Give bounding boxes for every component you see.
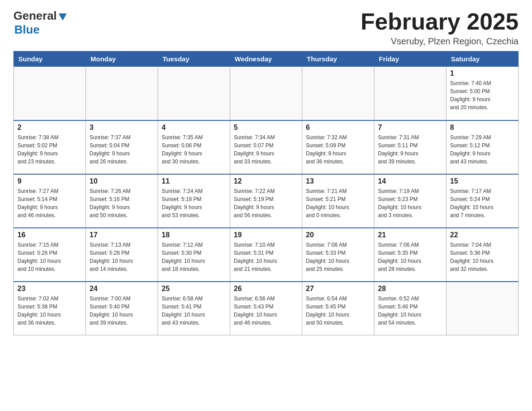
day-number: 18 bbox=[162, 231, 226, 239]
calendar-cell: 14Sunrise: 7:19 AM Sunset: 5:23 PM Dayli… bbox=[374, 174, 446, 228]
weekday-header-monday: Monday bbox=[86, 51, 158, 67]
day-number: 17 bbox=[90, 231, 154, 239]
calendar-header-row: SundayMondayTuesdayWednesdayThursdayFrid… bbox=[14, 51, 519, 67]
logo-general-text: General bbox=[13, 9, 57, 23]
calendar-cell: 19Sunrise: 7:10 AM Sunset: 5:31 PM Dayli… bbox=[230, 228, 302, 282]
day-number: 7 bbox=[378, 124, 442, 132]
day-number: 4 bbox=[162, 124, 226, 132]
calendar-cell: 8Sunrise: 7:29 AM Sunset: 5:12 PM Daylig… bbox=[446, 120, 519, 174]
day-info: Sunrise: 7:29 AM Sunset: 5:12 PM Dayligh… bbox=[450, 133, 515, 166]
day-info: Sunrise: 7:12 AM Sunset: 5:30 PM Dayligh… bbox=[162, 241, 226, 273]
calendar-cell: 23Sunrise: 7:02 AM Sunset: 5:38 PM Dayli… bbox=[14, 282, 86, 335]
calendar-week-row: 16Sunrise: 7:15 AM Sunset: 5:26 PM Dayli… bbox=[14, 228, 519, 282]
day-info: Sunrise: 7:22 AM Sunset: 5:19 PM Dayligh… bbox=[234, 187, 298, 219]
day-info: Sunrise: 7:40 AM Sunset: 5:00 PM Dayligh… bbox=[450, 79, 515, 111]
location-title: Vseruby, Plzen Region, Czechia bbox=[360, 36, 519, 47]
day-info: Sunrise: 7:06 AM Sunset: 5:35 PM Dayligh… bbox=[378, 241, 442, 273]
calendar-cell: 4Sunrise: 7:35 AM Sunset: 5:06 PM Daylig… bbox=[158, 120, 230, 174]
day-info: Sunrise: 7:19 AM Sunset: 5:23 PM Dayligh… bbox=[378, 187, 442, 219]
logo-triangle-icon bbox=[58, 12, 68, 21]
calendar-week-row: 2Sunrise: 7:38 AM Sunset: 5:02 PM Daylig… bbox=[14, 120, 519, 174]
page-header: General Blue February 2025 Vseruby, Plze… bbox=[13, 9, 519, 47]
calendar-cell: 27Sunrise: 6:54 AM Sunset: 5:45 PM Dayli… bbox=[302, 282, 374, 335]
day-number: 14 bbox=[378, 177, 442, 185]
calendar-cell: 11Sunrise: 7:24 AM Sunset: 5:18 PM Dayli… bbox=[158, 174, 230, 228]
day-number: 24 bbox=[90, 285, 154, 293]
day-number: 20 bbox=[306, 231, 370, 239]
day-info: Sunrise: 7:37 AM Sunset: 5:04 PM Dayligh… bbox=[90, 133, 154, 166]
calendar-cell: 21Sunrise: 7:06 AM Sunset: 5:35 PM Dayli… bbox=[374, 228, 446, 282]
calendar-cell bbox=[446, 282, 519, 335]
day-number: 27 bbox=[306, 285, 370, 293]
day-number: 16 bbox=[17, 231, 82, 239]
weekday-header-tuesday: Tuesday bbox=[158, 51, 230, 67]
day-number: 10 bbox=[90, 177, 154, 185]
day-number: 21 bbox=[378, 231, 442, 239]
calendar-week-row: 23Sunrise: 7:02 AM Sunset: 5:38 PM Dayli… bbox=[14, 282, 519, 335]
calendar-cell: 16Sunrise: 7:15 AM Sunset: 5:26 PM Dayli… bbox=[14, 228, 86, 282]
calendar-cell: 3Sunrise: 7:37 AM Sunset: 5:04 PM Daylig… bbox=[86, 120, 158, 174]
weekday-header-thursday: Thursday bbox=[302, 51, 374, 67]
day-number: 26 bbox=[234, 285, 298, 293]
weekday-header-saturday: Saturday bbox=[446, 51, 519, 67]
day-number: 19 bbox=[234, 231, 298, 239]
weekday-header-wednesday: Wednesday bbox=[230, 51, 302, 67]
day-number: 5 bbox=[234, 124, 298, 132]
calendar-table: SundayMondayTuesdayWednesdayThursdayFrid… bbox=[13, 51, 519, 335]
day-number: 28 bbox=[378, 285, 442, 293]
logo-blue-text: Blue bbox=[13, 23, 39, 36]
day-info: Sunrise: 7:17 AM Sunset: 5:24 PM Dayligh… bbox=[450, 187, 515, 219]
day-number: 6 bbox=[306, 124, 370, 132]
weekday-header-sunday: Sunday bbox=[14, 51, 86, 67]
day-info: Sunrise: 7:35 AM Sunset: 5:06 PM Dayligh… bbox=[162, 133, 226, 166]
calendar-cell: 1Sunrise: 7:40 AM Sunset: 5:00 PM Daylig… bbox=[446, 67, 519, 120]
day-info: Sunrise: 7:15 AM Sunset: 5:26 PM Dayligh… bbox=[17, 241, 82, 273]
calendar-cell bbox=[302, 67, 374, 120]
calendar-cell: 6Sunrise: 7:32 AM Sunset: 5:09 PM Daylig… bbox=[302, 120, 374, 174]
day-info: Sunrise: 7:32 AM Sunset: 5:09 PM Dayligh… bbox=[306, 133, 370, 166]
calendar-cell bbox=[374, 67, 446, 120]
calendar-cell: 28Sunrise: 6:52 AM Sunset: 5:46 PM Dayli… bbox=[374, 282, 446, 335]
day-info: Sunrise: 6:56 AM Sunset: 5:43 PM Dayligh… bbox=[234, 295, 298, 327]
calendar-cell bbox=[86, 67, 158, 120]
calendar-week-row: 1Sunrise: 7:40 AM Sunset: 5:00 PM Daylig… bbox=[14, 67, 519, 120]
day-info: Sunrise: 7:00 AM Sunset: 5:40 PM Dayligh… bbox=[90, 295, 154, 327]
day-info: Sunrise: 7:38 AM Sunset: 5:02 PM Dayligh… bbox=[17, 133, 82, 166]
calendar-cell: 15Sunrise: 7:17 AM Sunset: 5:24 PM Dayli… bbox=[446, 174, 519, 228]
calendar-week-row: 9Sunrise: 7:27 AM Sunset: 5:14 PM Daylig… bbox=[14, 174, 519, 228]
title-block: February 2025 Vseruby, Plzen Region, Cze… bbox=[360, 9, 519, 47]
day-info: Sunrise: 7:24 AM Sunset: 5:18 PM Dayligh… bbox=[162, 187, 226, 219]
calendar-cell: 10Sunrise: 7:26 AM Sunset: 5:16 PM Dayli… bbox=[86, 174, 158, 228]
day-number: 23 bbox=[17, 285, 82, 293]
calendar-cell bbox=[14, 67, 86, 120]
calendar-cell: 5Sunrise: 7:34 AM Sunset: 5:07 PM Daylig… bbox=[230, 120, 302, 174]
weekday-header-friday: Friday bbox=[374, 51, 446, 67]
day-info: Sunrise: 7:08 AM Sunset: 5:33 PM Dayligh… bbox=[306, 241, 370, 273]
day-info: Sunrise: 7:13 AM Sunset: 5:28 PM Dayligh… bbox=[90, 241, 154, 273]
day-info: Sunrise: 7:27 AM Sunset: 5:14 PM Dayligh… bbox=[17, 187, 82, 219]
day-info: Sunrise: 7:02 AM Sunset: 5:38 PM Dayligh… bbox=[17, 295, 82, 327]
calendar-cell: 17Sunrise: 7:13 AM Sunset: 5:28 PM Dayli… bbox=[86, 228, 158, 282]
calendar-cell bbox=[230, 67, 302, 120]
day-info: Sunrise: 6:52 AM Sunset: 5:46 PM Dayligh… bbox=[378, 295, 442, 327]
calendar-cell: 13Sunrise: 7:21 AM Sunset: 5:21 PM Dayli… bbox=[302, 174, 374, 228]
calendar-cell: 22Sunrise: 7:04 AM Sunset: 5:36 PM Dayli… bbox=[446, 228, 519, 282]
calendar-cell: 20Sunrise: 7:08 AM Sunset: 5:33 PM Dayli… bbox=[302, 228, 374, 282]
calendar-cell: 24Sunrise: 7:00 AM Sunset: 5:40 PM Dayli… bbox=[86, 282, 158, 335]
svg-marker-0 bbox=[59, 13, 67, 21]
day-info: Sunrise: 7:10 AM Sunset: 5:31 PM Dayligh… bbox=[234, 241, 298, 273]
day-number: 9 bbox=[17, 177, 82, 185]
day-number: 1 bbox=[450, 69, 515, 77]
calendar-cell: 25Sunrise: 6:58 AM Sunset: 5:41 PM Dayli… bbox=[158, 282, 230, 335]
day-info: Sunrise: 6:54 AM Sunset: 5:45 PM Dayligh… bbox=[306, 295, 370, 327]
day-number: 12 bbox=[234, 177, 298, 185]
day-number: 22 bbox=[450, 231, 515, 239]
month-title: February 2025 bbox=[360, 9, 519, 34]
calendar-cell bbox=[158, 67, 230, 120]
day-number: 25 bbox=[162, 285, 226, 293]
day-number: 3 bbox=[90, 124, 154, 132]
day-info: Sunrise: 7:21 AM Sunset: 5:21 PM Dayligh… bbox=[306, 187, 370, 219]
day-number: 11 bbox=[162, 177, 226, 185]
day-number: 8 bbox=[450, 124, 515, 132]
day-info: Sunrise: 6:58 AM Sunset: 5:41 PM Dayligh… bbox=[162, 295, 226, 327]
